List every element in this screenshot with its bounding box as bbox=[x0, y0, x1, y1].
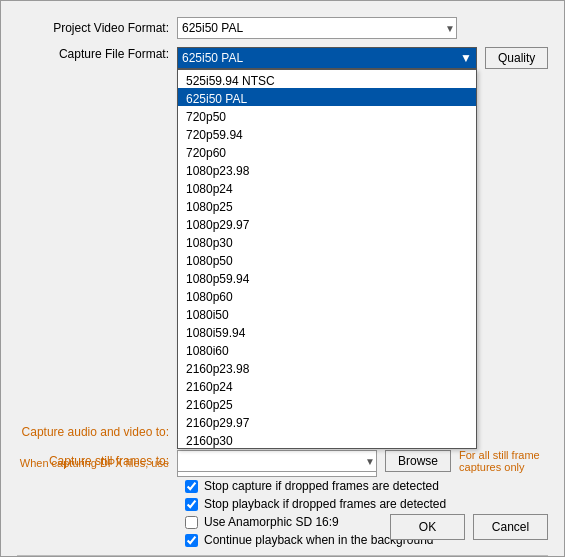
dropdown-item-2[interactable]: 720p50 bbox=[178, 106, 476, 124]
dropdown-item-15[interactable]: 1080i60 bbox=[178, 340, 476, 358]
project-video-format-select[interactable]: 525i59.94 NTSC 625i50 PAL 720p50 720p59.… bbox=[177, 17, 457, 39]
capture-still-row: Capture still frames to: ▼ Browse For al… bbox=[17, 449, 548, 473]
checkbox-continue-playback[interactable] bbox=[185, 534, 198, 547]
checkbox-row-1: Stop playback if dropped frames are dete… bbox=[17, 497, 548, 511]
dropdown-item-8[interactable]: 1080p29.97 bbox=[178, 214, 476, 232]
checkbox-dropped-frames-capture-label: Stop capture if dropped frames are detec… bbox=[204, 479, 439, 493]
capture-still-select-wrapper: ▼ bbox=[177, 450, 377, 472]
checkbox-dropped-frames-capture[interactable] bbox=[185, 480, 198, 493]
dropdown-item-9[interactable]: 1080p30 bbox=[178, 232, 476, 250]
capture-file-format-dropdown: 525i59.94 NTSC 625i50 PAL 720p50 720p59.… bbox=[177, 69, 477, 449]
browse-note: For all still frame captures only bbox=[459, 449, 548, 473]
quality-button[interactable]: Quality bbox=[485, 47, 548, 69]
capture-still-label: Capture still frames to: bbox=[17, 454, 177, 468]
dropdown-item-18[interactable]: 2160p25 bbox=[178, 394, 476, 412]
dropdown-item-13[interactable]: 1080i50 bbox=[178, 304, 476, 322]
project-video-format-wrapper: 525i59.94 NTSC 625i50 PAL 720p50 720p59.… bbox=[177, 17, 457, 39]
checkbox-row-0: Stop capture if dropped frames are detec… bbox=[17, 479, 548, 493]
dropdown-item-12[interactable]: 1080p60 bbox=[178, 286, 476, 304]
capture-file-format-arrow: ▼ bbox=[460, 51, 472, 65]
dropdown-item-3[interactable]: 720p59.94 bbox=[178, 124, 476, 142]
dropdown-item-11[interactable]: 1080p59.94 bbox=[178, 268, 476, 286]
capture-file-dropdown-container: 625i50 PAL ▼ 525i59.94 NTSC 625i50 PAL 7… bbox=[177, 47, 477, 69]
dropdown-item-14[interactable]: 1080i59.94 bbox=[178, 322, 476, 340]
dialog: Project Video Format: 525i59.94 NTSC 625… bbox=[0, 0, 565, 557]
checkbox-anamorphic-label: Use Anamorphic SD 16:9 bbox=[204, 515, 339, 529]
project-video-format-label: Project Video Format: bbox=[17, 21, 177, 35]
capture-file-format-row: Capture File Format: 625i50 PAL ▼ 525i59… bbox=[17, 47, 548, 69]
cancel-button[interactable]: Cancel bbox=[473, 514, 548, 540]
capture-file-format-display[interactable]: 625i50 PAL ▼ bbox=[177, 47, 477, 69]
dropdown-item-10[interactable]: 1080p50 bbox=[178, 250, 476, 268]
dropdown-item-7[interactable]: 1080p25 bbox=[178, 196, 476, 214]
dropdown-item-6[interactable]: 1080p24 bbox=[178, 178, 476, 196]
divider bbox=[17, 555, 548, 556]
capture-file-format-label: Capture File Format: bbox=[17, 47, 177, 61]
dropdown-item-19[interactable]: 2160p29.97 bbox=[178, 412, 476, 430]
capture-audio-label: Capture audio and video to: bbox=[17, 425, 177, 439]
capture-still-select[interactable] bbox=[177, 450, 377, 472]
checkbox-anamorphic[interactable] bbox=[185, 516, 198, 529]
dropdown-item-1[interactable]: 625i50 PAL bbox=[178, 88, 476, 106]
dropdown-item-17[interactable]: 2160p24 bbox=[178, 376, 476, 394]
capture-file-format-value: 625i50 PAL bbox=[182, 51, 243, 65]
dropdown-item-5[interactable]: 1080p23.98 bbox=[178, 160, 476, 178]
ok-button[interactable]: OK bbox=[390, 514, 465, 540]
dropdown-item-4[interactable]: 720p60 bbox=[178, 142, 476, 160]
browse-button[interactable]: Browse bbox=[385, 450, 451, 472]
dropdown-item-20[interactable]: 2160p30 bbox=[178, 430, 476, 448]
dropdown-item-0[interactable]: 525i59.94 NTSC bbox=[178, 70, 476, 88]
checkbox-dropped-frames-playback-label: Stop playback if dropped frames are dete… bbox=[204, 497, 446, 511]
project-video-format-row: Project Video Format: 525i59.94 NTSC 625… bbox=[17, 17, 548, 39]
dropdown-item-16[interactable]: 2160p23.98 bbox=[178, 358, 476, 376]
checkbox-dropped-frames-playback[interactable] bbox=[185, 498, 198, 511]
footer-buttons: OK Cancel bbox=[390, 514, 548, 540]
